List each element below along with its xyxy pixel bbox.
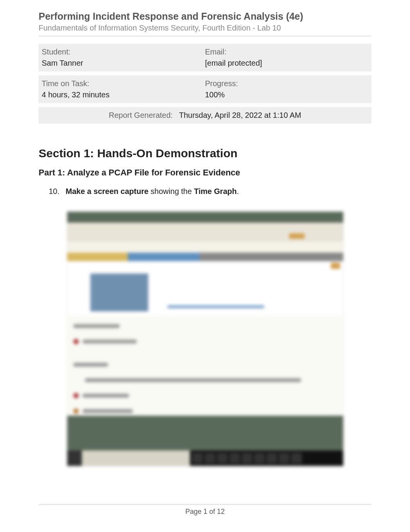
email-label: Email: (205, 48, 368, 56)
header-divider (39, 36, 371, 37)
report-generated-box: Report Generated: Thursday, April 28, 20… (39, 107, 371, 124)
instruction-mid: showing the (149, 187, 194, 195)
report-generated-value: Thursday, April 28, 2022 at 1:10 AM (179, 111, 301, 119)
document-subtitle: Fundamentals of Information Systems Secu… (39, 24, 371, 32)
document-title: Performing Incident Response and Forensi… (39, 11, 371, 22)
task-info-box: Time on Task: 4 hours, 32 minutes Progre… (39, 75, 371, 103)
instruction-text: Make a screen capture showing the Time G… (66, 187, 371, 196)
email-value: [email protected] (205, 59, 368, 68)
screenshot-image (67, 211, 344, 466)
report-generated-label: Report Generated: (109, 111, 173, 119)
time-on-task-label: Time on Task: (42, 79, 205, 88)
time-on-task-value: 4 hours, 32 minutes (42, 90, 205, 99)
footer-divider (39, 504, 371, 505)
page-number: Page 1 of 12 (0, 508, 410, 516)
instruction-number: 10. (46, 187, 66, 196)
section-title: Section 1: Hands-On Demonstration (39, 147, 371, 160)
progress-label: Progress: (205, 79, 368, 88)
student-label: Student: (42, 48, 205, 56)
part-title: Part 1: Analyze a PCAP File for Forensic… (39, 168, 371, 178)
student-value: Sam Tanner (42, 59, 205, 68)
instruction-bold-2: Time Graph (194, 187, 237, 195)
instruction-end: . (237, 187, 239, 195)
instruction-row: 10. Make a screen capture showing the Ti… (46, 187, 371, 196)
student-info-box: Student: Sam Tanner Email: [email protec… (39, 44, 371, 71)
progress-value: 100% (205, 90, 368, 99)
instruction-bold-1: Make a screen capture (66, 187, 149, 195)
